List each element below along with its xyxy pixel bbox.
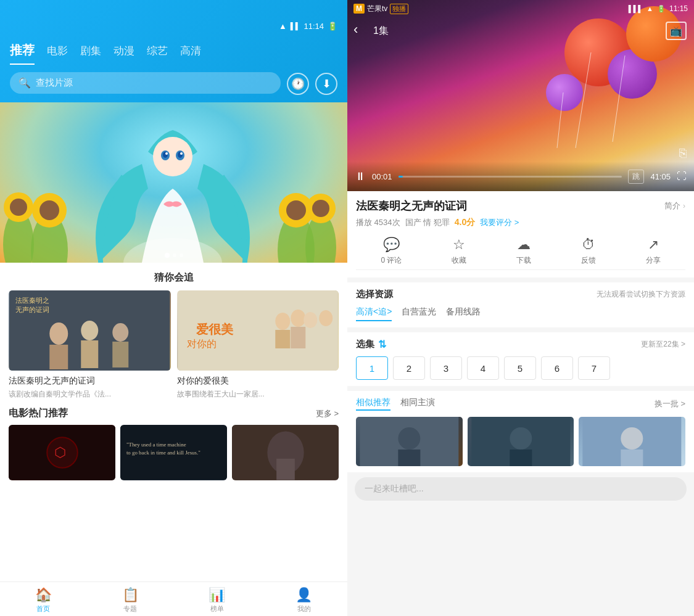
nav-tab-hd[interactable]: 高清 bbox=[180, 44, 201, 63]
card-title-1: 对你的爱很美 bbox=[177, 376, 339, 387]
left-panel: ▲ ▌▌ 11:14 🔋 推荐 电影 剧集 动漫 综艺 高清 🔍 查找片源 🕐 … bbox=[0, 0, 347, 616]
episode-btn-6[interactable]: 6 bbox=[541, 356, 573, 380]
svg-point-13 bbox=[153, 137, 192, 176]
brief-button[interactable]: 简介 › bbox=[664, 200, 685, 211]
nav-tab-recommend[interactable]: 推荐 bbox=[10, 42, 35, 65]
video-cast-icon[interactable]: ⎘ bbox=[679, 146, 687, 160]
nav-tab-variety[interactable]: 综艺 bbox=[147, 44, 168, 63]
episode-update[interactable]: 更新至22集 > bbox=[641, 339, 685, 350]
similar-card-1[interactable] bbox=[468, 417, 574, 466]
feedback-icon: ⏱ bbox=[582, 237, 595, 253]
more-button[interactable]: 更多 > bbox=[316, 408, 339, 419]
right-panel: M 芒果tv 独播 ▌▌▌ ▲ 🔋 11:15 bbox=[347, 0, 694, 616]
episode-btn-7[interactable]: 7 bbox=[578, 356, 610, 380]
similar-card-0[interactable] bbox=[356, 417, 463, 466]
fullscreen-button[interactable]: ⛶ bbox=[677, 171, 687, 182]
similar-tab-actor[interactable]: 相同主演 bbox=[400, 397, 435, 411]
share-icon: ↗ bbox=[648, 237, 659, 253]
search-bar[interactable]: 🔍 查找片源 bbox=[10, 72, 281, 94]
svg-text:to go back in time and kill Je: to go back in time and kill Jesus." bbox=[126, 450, 200, 456]
share-button[interactable]: ↗ 分享 bbox=[646, 237, 661, 266]
svg-point-11 bbox=[312, 200, 329, 217]
progress-fill bbox=[399, 176, 403, 178]
episode-title-row: 选集 ⇅ bbox=[356, 339, 386, 350]
brief-label: 简介 bbox=[664, 201, 680, 210]
episode-btn-1[interactable]: 1 bbox=[356, 356, 388, 380]
comment-button[interactable]: 💬 0 评论 bbox=[381, 237, 402, 266]
rate-action-button[interactable]: 我要评分 > bbox=[480, 217, 519, 228]
source-header: 选择资源 无法观看尝试切换下方资源 bbox=[356, 289, 685, 300]
bottom-nav: 🏠 首页 📋 专题 📊 榜单 👤 我的 bbox=[0, 581, 347, 616]
search-icon: 🔍 bbox=[19, 77, 31, 89]
video-tags: 国产 情 犯罪 bbox=[405, 217, 450, 228]
refresh-button[interactable]: 换一批 > bbox=[655, 398, 685, 409]
video-tv-icon[interactable]: 📺 bbox=[666, 22, 687, 40]
svg-point-26 bbox=[81, 321, 98, 340]
content-cards: 法医秦明之 无声的证词 法医秦明之无声的证词 该剧改编自秦明文学作品《法... bbox=[0, 290, 347, 400]
video-episode-label: 1集 bbox=[373, 25, 389, 38]
movie-card-1[interactable]: "They used a time machine to go back in … bbox=[120, 425, 227, 480]
mango-exclusive-badge: 独播 bbox=[390, 4, 408, 14]
nav-profile[interactable]: 👤 我的 bbox=[260, 587, 347, 614]
card-item-0[interactable]: 法医秦明之 无声的证词 法医秦明之无声的证词 该剧改编自秦明文学作品《法... bbox=[9, 290, 171, 400]
download-button[interactable]: ⬇ bbox=[315, 73, 337, 95]
episode-section: 选集 ⇅ 更新至22集 > 1 2 3 4 5 6 7 bbox=[347, 332, 694, 386]
video-controls: ⏸ 00:01 跳 41:05 ⛶ bbox=[347, 162, 694, 191]
mango-m-logo: M bbox=[353, 4, 365, 14]
movie-card-2[interactable] bbox=[232, 425, 339, 480]
svg-rect-38 bbox=[291, 327, 305, 348]
pause-button[interactable]: ⏸ bbox=[355, 170, 366, 183]
movie-card-0[interactable]: ⬡ bbox=[9, 425, 115, 480]
nav-tab-anime[interactable]: 动漫 bbox=[114, 44, 134, 63]
nav-rank[interactable]: 📊 榜单 bbox=[174, 587, 261, 614]
info-section: 法医秦明之无声的证词 简介 › 播放 4534次 国产 情 犯罪 4.0分 我要… bbox=[347, 191, 694, 277]
nav-tab-movie[interactable]: 电影 bbox=[47, 44, 68, 63]
svg-text:无声的证词: 无声的证词 bbox=[15, 306, 49, 313]
source-tab-backup[interactable]: 备用线路 bbox=[446, 306, 481, 321]
video-title: 法医秦明之无声的证词 bbox=[356, 199, 467, 213]
svg-rect-29 bbox=[112, 342, 128, 368]
nav-home[interactable]: 🏠 首页 bbox=[0, 587, 87, 614]
comment-bar[interactable]: 一起来吐槽吧... bbox=[355, 477, 687, 501]
guess-section-title: 猜你会追 bbox=[0, 263, 347, 290]
status-time-right: 11:15 bbox=[669, 4, 688, 13]
card-item-1[interactable]: 爱很美 对你的 对你的爱很美 故事围绕着王大山一家居... bbox=[177, 290, 339, 400]
signal-icon: ▌▌ bbox=[291, 22, 300, 30]
svg-point-5 bbox=[10, 199, 27, 216]
history-button[interactable]: 🕐 bbox=[287, 73, 309, 95]
banner-area[interactable] bbox=[0, 102, 347, 263]
status-time-left: 11:14 bbox=[304, 22, 324, 31]
nav-tab-drama[interactable]: 剧集 bbox=[80, 44, 101, 63]
download-action-button[interactable]: ☁ 下载 bbox=[516, 237, 531, 266]
source-tab-blue[interactable]: 自营蓝光 bbox=[402, 306, 436, 321]
collect-icon: ☆ bbox=[453, 237, 465, 253]
video-back-button[interactable]: ‹ bbox=[353, 22, 358, 38]
skip-button[interactable]: 跳 bbox=[628, 170, 644, 184]
collect-button[interactable]: ☆ 收藏 bbox=[452, 237, 466, 266]
similar-cards bbox=[356, 417, 685, 466]
svg-point-18 bbox=[165, 152, 168, 155]
episode-btn-2[interactable]: 2 bbox=[393, 356, 425, 380]
hot-section-title: 电影热门推荐 bbox=[9, 407, 68, 420]
download-action-icon: ☁ bbox=[517, 237, 531, 253]
comment-placeholder: 一起来吐槽吧... bbox=[365, 483, 424, 493]
feedback-button[interactable]: ⏱ 反馈 bbox=[581, 237, 596, 266]
similar-tab-recommend[interactable]: 相似推荐 bbox=[356, 397, 390, 411]
episode-btn-5[interactable]: 5 bbox=[504, 356, 536, 380]
svg-rect-59 bbox=[621, 450, 643, 466]
action-buttons: 💬 0 评论 ☆ 收藏 ☁ 下载 ⏱ 反馈 ↗ 分享 bbox=[356, 228, 685, 270]
episode-btn-4[interactable]: 4 bbox=[467, 356, 499, 380]
card-title-0: 法医秦明之无声的证词 bbox=[9, 376, 171, 387]
episode-btn-3[interactable]: 3 bbox=[430, 356, 462, 380]
nav-topic[interactable]: 📋 专题 bbox=[87, 587, 174, 614]
similar-card-2[interactable] bbox=[579, 417, 685, 466]
source-tabs: 高清<追> 自营蓝光 备用线路 bbox=[356, 306, 685, 321]
episode-sort-icon[interactable]: ⇅ bbox=[378, 339, 386, 350]
progress-bar[interactable] bbox=[399, 176, 622, 178]
anime-character bbox=[0, 102, 345, 263]
video-player[interactable]: M 芒果tv 独播 ▌▌▌ ▲ 🔋 11:15 bbox=[347, 0, 694, 191]
play-count: 播放 4534次 bbox=[356, 217, 400, 228]
source-tab-hd[interactable]: 高清<追> bbox=[356, 306, 392, 321]
svg-line-49 bbox=[613, 55, 625, 142]
battery-icon-left: 🔋 bbox=[328, 22, 337, 31]
